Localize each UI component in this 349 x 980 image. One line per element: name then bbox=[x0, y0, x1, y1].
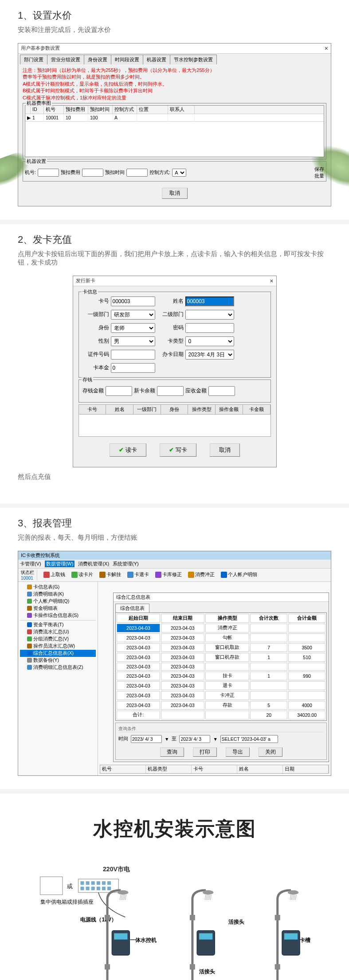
menu-item[interactable]: 系统管理(Y) bbox=[113, 561, 139, 567]
svg-rect-39 bbox=[199, 933, 212, 940]
svg-rect-27 bbox=[105, 915, 110, 920]
toolbar-item[interactable]: 个人帐户明细 bbox=[221, 572, 257, 578]
control-mode-select[interactable]: A bbox=[172, 169, 186, 177]
svg-rect-5 bbox=[86, 881, 90, 885]
tree-item[interactable]: 卡操作综合信息表(S) bbox=[20, 612, 96, 619]
tree-item[interactable]: 消费流水汇总(U) bbox=[20, 628, 96, 636]
toolbar-item[interactable]: 卡退卡 bbox=[127, 572, 149, 578]
svg-rect-15 bbox=[107, 887, 111, 890]
打印-button[interactable]: 打印 bbox=[193, 747, 217, 757]
tree-panel: 卡信息表(G)消费明细表(K)个人帐户明细(Q)资金明细表卡操作综合信息表(S)… bbox=[18, 582, 98, 775]
svg-text:活接头: 活接头 bbox=[199, 968, 215, 974]
svg-text:或: 或 bbox=[67, 883, 73, 889]
read-card-button[interactable]: ✔读卡 bbox=[110, 443, 146, 457]
svg-rect-1 bbox=[40, 877, 63, 894]
gender-select[interactable]: 男 bbox=[111, 336, 155, 346]
close-icon[interactable]: × bbox=[270, 277, 273, 285]
svg-point-45 bbox=[288, 890, 298, 895]
issue-date-select[interactable]: 2023年 4月 3日 bbox=[185, 350, 234, 360]
machine-cfg-fieldset: 机器设置 机号: 预扣费用 预扣时间 控制方式: A 保存 批量 bbox=[23, 161, 326, 182]
tree-item[interactable]: 消费明细表(K) bbox=[20, 591, 96, 598]
tree-item[interactable]: 分组消费汇总(V) bbox=[20, 636, 96, 643]
section3-desc: 完善的报表，每天、每月明细，方便结账 bbox=[18, 533, 331, 542]
svg-rect-12 bbox=[91, 887, 95, 890]
menu-item[interactable]: 消费机管理(X) bbox=[78, 561, 109, 567]
dept2-select[interactable] bbox=[185, 310, 234, 320]
svg-line-46 bbox=[290, 895, 291, 900]
principal-input[interactable] bbox=[111, 363, 155, 373]
date-from-input[interactable] bbox=[131, 735, 162, 743]
user-params-dialog: 用户基本参数设置 × 部门设置营业分组设置身份设置时间段设置机器设置节水控制参数… bbox=[18, 43, 331, 206]
card-type-select[interactable]: 0 bbox=[185, 336, 234, 346]
svg-point-32 bbox=[203, 890, 213, 895]
svg-point-19 bbox=[118, 890, 128, 895]
tree-item[interactable]: 综合汇总信息表(X) bbox=[20, 650, 96, 657]
toolbar-item[interactable]: 卡解挂 bbox=[99, 572, 121, 578]
dialog-title: 用户基本参数设置 bbox=[21, 45, 60, 52]
section3-title: 3、报表管理 bbox=[18, 517, 331, 530]
prepaid-fee-input[interactable] bbox=[82, 169, 103, 177]
password-input[interactable] bbox=[185, 323, 234, 333]
导出-button[interactable]: 导出 bbox=[226, 747, 250, 757]
svg-line-33 bbox=[205, 895, 206, 900]
toolbar-item[interactable]: 上取钱 bbox=[43, 572, 65, 578]
section1-title: 1、设置水价 bbox=[18, 9, 331, 22]
svg-line-49 bbox=[294, 895, 295, 900]
write-card-button[interactable]: ✔写卡 bbox=[160, 443, 196, 457]
deposit-amount-input[interactable] bbox=[106, 386, 132, 396]
toolbar-item[interactable]: 读卡片 bbox=[71, 572, 93, 578]
identity-select[interactable]: 老师 bbox=[111, 323, 155, 333]
dialog-tab[interactable]: 机器设置 bbox=[143, 55, 170, 64]
batch-button[interactable]: 批量 bbox=[314, 173, 324, 179]
card-no-input[interactable] bbox=[111, 296, 155, 306]
receivable-input[interactable] bbox=[208, 386, 235, 396]
sql-input[interactable] bbox=[220, 735, 278, 743]
save-button[interactable]: 保存 bbox=[314, 166, 324, 173]
new-balance-input[interactable] bbox=[157, 386, 184, 396]
dialog-tab[interactable]: 身份设置 bbox=[84, 55, 111, 64]
report-tab[interactable]: 综合信息表 bbox=[115, 604, 149, 612]
svg-line-35 bbox=[208, 895, 208, 900]
toolbar-item[interactable]: 消费冲正 bbox=[188, 572, 215, 578]
svg-line-24 bbox=[125, 895, 126, 900]
svg-rect-7 bbox=[97, 881, 100, 885]
svg-text:活接头: 活接头 bbox=[228, 919, 244, 925]
cancel-button[interactable]: 取消 bbox=[210, 443, 240, 457]
menu-item[interactable]: 数据管理(W) bbox=[45, 561, 75, 567]
id-no-input[interactable] bbox=[111, 350, 155, 360]
cancel-button[interactable]: 取消 bbox=[162, 188, 188, 199]
toolbar-item[interactable]: 卡库修正 bbox=[155, 572, 182, 578]
machine-no-input[interactable] bbox=[38, 169, 59, 177]
card-table-body bbox=[78, 415, 271, 437]
tree-item[interactable]: 资金明细表 bbox=[20, 605, 96, 612]
svg-rect-52 bbox=[284, 933, 298, 940]
svg-rect-4 bbox=[80, 881, 84, 885]
dialog-tab[interactable]: 营业分组设置 bbox=[47, 55, 84, 64]
dept1-select[interactable]: 研发部 bbox=[111, 310, 155, 320]
tree-item[interactable]: 操作员流水汇总(W) bbox=[20, 643, 96, 650]
tree-item[interactable]: 数据备份(Y) bbox=[20, 657, 96, 664]
tree-item[interactable]: 卡信息表(G) bbox=[20, 584, 96, 591]
查询-button[interactable]: 查询 bbox=[160, 747, 184, 757]
tree-item[interactable]: 个人帐户明细(Q) bbox=[20, 598, 96, 605]
section2-desc: 点用户发卡按钮后出现下面的界面，我们把用户卡放上来，点读卡后，输入卡的相关信息，… bbox=[18, 250, 331, 267]
prepaid-time-input[interactable] bbox=[126, 169, 148, 177]
close-icon[interactable]: × bbox=[325, 45, 328, 52]
date-to-input[interactable] bbox=[179, 735, 210, 743]
dialog-tab[interactable]: 部门设置 bbox=[20, 55, 47, 64]
svg-rect-28 bbox=[105, 964, 110, 969]
section2-title: 2、发卡充值 bbox=[18, 233, 331, 246]
关闭-button[interactable]: 关闭 bbox=[259, 747, 282, 757]
tree-item[interactable]: 资金平衡表(T) bbox=[20, 621, 96, 628]
svg-rect-14 bbox=[102, 887, 106, 890]
svg-rect-54 bbox=[275, 964, 280, 969]
report-window: 综合汇总信息表 综合信息表 起始日期结束日期操作类型合计次数合计金额2023-0… bbox=[113, 593, 329, 762]
card-table-header: 卡号姓名一级部门身份操作类型操作金额卡金额 bbox=[78, 404, 271, 415]
name-input[interactable] bbox=[185, 296, 234, 306]
dialog-tab[interactable]: 时间段设置 bbox=[111, 55, 143, 64]
svg-text:电源线（12V）: 电源线（12V） bbox=[80, 917, 117, 923]
tree-item[interactable]: 消费明细汇总信息表(Z) bbox=[20, 664, 96, 671]
dialog-tab[interactable]: 节水控制参数设置 bbox=[170, 55, 217, 64]
menu-item[interactable]: 卡管理(V) bbox=[20, 561, 41, 567]
svg-line-23 bbox=[124, 895, 125, 900]
